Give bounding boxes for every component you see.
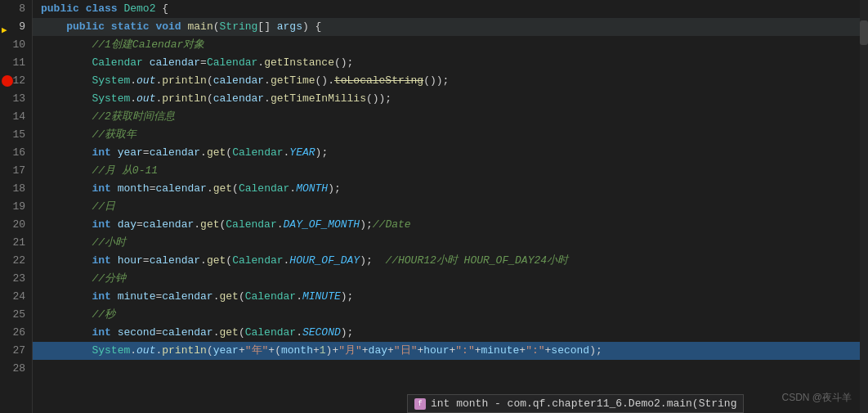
line-number-10: 10 xyxy=(0,36,25,54)
line-number-26: 26 xyxy=(0,324,25,342)
code-line-16: int year=calendar.get(Calendar.YEAR); xyxy=(33,144,868,162)
line-number-15: 15 xyxy=(0,126,25,144)
code-line-25: //秒 xyxy=(33,306,868,324)
line-number-17: 17 xyxy=(0,162,25,180)
code-line-24: int minute=calendar.get(Calendar.MINUTE)… xyxy=(33,288,868,306)
line-number-12: 12 xyxy=(0,72,25,90)
code-line-21: //小时 xyxy=(33,234,868,252)
code-line-15: //获取年 xyxy=(33,126,868,144)
code-line-9: public static void main(String[] args) { xyxy=(33,18,868,36)
code-line-17: //月 从0-11 xyxy=(33,162,868,180)
line-number-9: 9 xyxy=(0,18,25,36)
autocomplete-icon: f xyxy=(414,398,426,410)
code-line-20: int day=calendar.get(Calendar.DAY_OF_MON… xyxy=(33,216,868,234)
code-line-22: int hour=calendar.get(Calendar.HOUR_OF_D… xyxy=(33,252,868,270)
code-line-8: public class Demo2 { xyxy=(33,0,868,18)
line-numbers: 8 9 10 11 12 13 14 15 16 17 18 19 20 21 … xyxy=(0,0,33,413)
line-number-13: 13 xyxy=(0,90,25,108)
code-line-26: int second=calendar.get(Calendar.SECOND)… xyxy=(33,324,868,342)
code-line-28 xyxy=(33,360,868,378)
line-number-18: 18 xyxy=(0,180,25,198)
watermark: CSDN @夜斗羊 xyxy=(781,391,852,405)
line-number-8: 8 xyxy=(0,0,25,18)
code-line-27: System.out.println(year+"年"+(month+1)+"月… xyxy=(33,342,868,360)
line-number-22: 22 xyxy=(0,252,25,270)
editor-container: 8 9 10 11 12 13 14 15 16 17 18 19 20 21 … xyxy=(0,0,868,413)
line-number-23: 23 xyxy=(0,270,25,288)
scrollbar-thumb[interactable] xyxy=(860,20,868,45)
line-number-21: 21 xyxy=(0,234,25,252)
code-line-11: Calendar calendar=Calendar.getInstance()… xyxy=(33,54,868,72)
line-number-20: 20 xyxy=(0,216,25,234)
line-number-16: 16 xyxy=(0,144,25,162)
code-line-12: System.out.println(calendar.getTime().to… xyxy=(33,72,868,90)
scrollbar[interactable] xyxy=(860,0,868,413)
code-line-18: int month=calendar.get(Calendar.MONTH); xyxy=(33,180,868,198)
line-number-27: 27 xyxy=(0,342,25,360)
code-line-19: //日 xyxy=(33,198,868,216)
line-number-14: 14 xyxy=(0,108,25,126)
autocomplete-text: int month - com.qf.chapter11_6.Demo2.mai… xyxy=(431,397,736,410)
code-line-13: System.out.println(calendar.getTimeInMil… xyxy=(33,90,868,108)
code-line-14: //2获取时间信息 xyxy=(33,108,868,126)
line-number-24: 24 xyxy=(0,288,25,306)
line-number-28: 28 xyxy=(0,360,25,378)
line-number-11: 11 xyxy=(0,54,25,72)
autocomplete-popup: f int month - com.qf.chapter11_6.Demo2.m… xyxy=(407,394,744,413)
line-number-19: 19 xyxy=(0,198,25,216)
code-line-10: //1创建Calendar对象 xyxy=(33,36,868,54)
code-line-23: //分钟 xyxy=(33,270,868,288)
line-number-25: 25 xyxy=(0,306,25,324)
code-area[interactable]: public class Demo2 { public static void … xyxy=(33,0,868,413)
